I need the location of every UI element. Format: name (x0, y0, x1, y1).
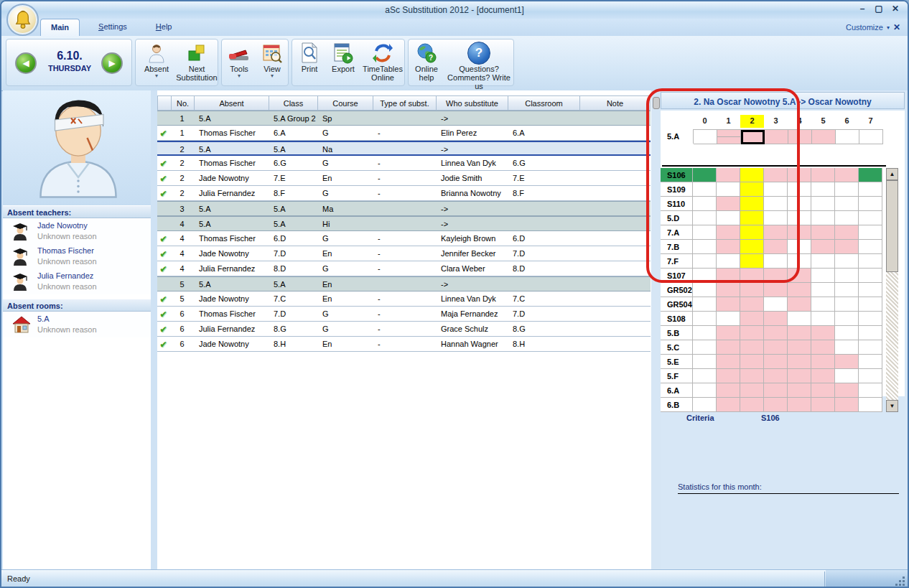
room-period-cell[interactable] (859, 211, 882, 225)
room-period-cell[interactable] (717, 398, 740, 412)
room-period-cell[interactable] (835, 297, 859, 312)
period-header-cell[interactable]: 5 (811, 115, 835, 128)
customize-close-icon[interactable]: ✕ (893, 22, 900, 32)
room-period-cell[interactable] (764, 340, 788, 355)
column-header[interactable]: Who substitute (437, 95, 508, 111)
room-period-cell[interactable] (788, 340, 811, 355)
scrollbar-track[interactable] (886, 272, 898, 400)
room-period-cell[interactable] (717, 326, 740, 340)
column-header[interactable]: Classroom (508, 95, 580, 111)
room-period-cell[interactable] (811, 269, 835, 283)
room-period-cell[interactable] (740, 340, 764, 355)
room-period-cell[interactable] (859, 240, 882, 254)
room-period-cell[interactable] (740, 168, 764, 182)
room-period-cell[interactable] (859, 168, 882, 182)
room-period-cell[interactable] (693, 297, 717, 312)
room-period-cell[interactable] (859, 254, 882, 269)
room-period-cell[interactable] (717, 254, 740, 269)
room-period-cell[interactable] (859, 182, 882, 197)
room-period-cell[interactable] (859, 197, 882, 211)
room-period-cell[interactable] (717, 312, 740, 326)
table-row[interactable]: 15.A5.A Group 2Sp-> (157, 111, 651, 126)
table-row[interactable]: ✔2Thomas Fischer6.GG-Linnea Van Dyk6.G (157, 156, 651, 171)
room-period-cell[interactable] (859, 269, 882, 283)
close-button[interactable]: ✕ (890, 4, 900, 14)
class-period-cell[interactable] (765, 130, 788, 144)
room-label[interactable]: S110 (661, 197, 693, 211)
room-period-cell[interactable] (788, 326, 811, 340)
room-period-cell[interactable] (788, 211, 811, 225)
room-period-cell[interactable] (740, 369, 764, 383)
room-period-cell[interactable] (717, 211, 740, 225)
room-period-cell[interactable] (788, 254, 811, 269)
tools-button[interactable]: Tools ▾ (223, 42, 255, 78)
room-period-cell[interactable] (788, 269, 811, 283)
absent-teacher-item[interactable]: Jade NowotnyUnknown reason (3, 219, 151, 244)
room-period-cell[interactable] (859, 312, 882, 326)
room-period-cell[interactable] (693, 283, 717, 297)
absent-dropdown-icon[interactable]: ▾ (155, 73, 158, 78)
tab-settings[interactable]: Settings (88, 19, 137, 36)
room-period-cell[interactable] (764, 269, 788, 283)
table-row[interactable]: ✔4Jade Nowotny7.DEn-Jennifer Becker7.D (157, 246, 651, 261)
room-period-cell[interactable] (835, 197, 859, 211)
room-period-cell[interactable] (811, 355, 835, 369)
panel-splitter-handle[interactable] (653, 97, 660, 109)
room-period-cell[interactable] (788, 355, 811, 369)
room-period-cell[interactable] (740, 211, 764, 225)
room-label[interactable]: 5.E (661, 355, 693, 369)
room-period-cell[interactable] (835, 283, 859, 297)
next-substitution-button[interactable]: Next Substitution (176, 42, 218, 82)
maximize-button[interactable]: ▢ (874, 4, 884, 14)
room-period-cell[interactable] (764, 240, 788, 254)
room-label[interactable]: 7.F (661, 254, 693, 269)
customize-dropdown-icon[interactable]: ▾ (887, 24, 890, 31)
table-row[interactable]: 35.A5.AMa-> (157, 201, 651, 216)
tab-help[interactable]: Help (146, 19, 182, 36)
room-period-cell[interactable] (740, 269, 764, 283)
room-period-cell[interactable] (788, 197, 811, 211)
room-period-cell[interactable] (764, 369, 788, 383)
class-period-cell[interactable] (788, 130, 812, 144)
online-help-button[interactable]: ? Online help (410, 42, 443, 82)
room-period-cell[interactable] (717, 197, 740, 211)
room-period-cell[interactable] (717, 283, 740, 297)
room-period-cell[interactable] (788, 312, 811, 326)
room-period-cell[interactable] (788, 225, 811, 240)
room-label[interactable]: GR504 (661, 297, 693, 312)
room-period-cell[interactable] (835, 254, 859, 269)
table-row[interactable]: ✔6Jade Nowotny8.HEn-Hannah Wagner8.H (157, 337, 651, 352)
room-label[interactable]: GR502 (661, 283, 693, 297)
table-row[interactable]: 25.A5.ANa-> (157, 141, 651, 156)
table-row[interactable]: ✔6Thomas Fischer7.DG-Maja Fernandez7.D (157, 307, 651, 322)
room-period-cell[interactable] (788, 297, 811, 312)
room-label[interactable]: 6.A (661, 383, 693, 398)
room-period-cell[interactable] (835, 182, 859, 197)
room-period-cell[interactable] (693, 326, 717, 340)
room-period-cell[interactable] (811, 398, 835, 412)
scroll-up-button[interactable]: ▲ (886, 168, 898, 180)
room-period-cell[interactable] (764, 211, 788, 225)
period-header-cell[interactable]: 1 (717, 115, 740, 128)
class-period-cell[interactable] (717, 130, 741, 144)
room-period-cell[interactable] (835, 369, 859, 383)
room-period-cell[interactable] (717, 297, 740, 312)
room-period-cell[interactable] (764, 355, 788, 369)
room-period-cell[interactable] (859, 369, 882, 383)
room-period-cell[interactable] (811, 383, 835, 398)
room-period-cell[interactable] (835, 168, 859, 182)
resize-grip[interactable] (903, 584, 905, 586)
app-logo-bell-icon[interactable] (6, 4, 39, 36)
absent-room-item[interactable]: 5.AUnknown reason (3, 312, 151, 337)
room-period-cell[interactable] (788, 383, 811, 398)
room-period-cell[interactable] (764, 225, 788, 240)
room-period-cell[interactable] (811, 197, 835, 211)
room-label[interactable]: S107 (661, 269, 693, 283)
column-header[interactable]: Note (580, 95, 651, 111)
view-dropdown-icon[interactable]: ▾ (271, 73, 274, 78)
room-period-cell[interactable] (859, 340, 882, 355)
period-header-cell[interactable]: 7 (859, 115, 882, 128)
room-period-cell[interactable] (764, 383, 788, 398)
room-period-cell[interactable] (811, 240, 835, 254)
room-period-cell[interactable] (859, 283, 882, 297)
